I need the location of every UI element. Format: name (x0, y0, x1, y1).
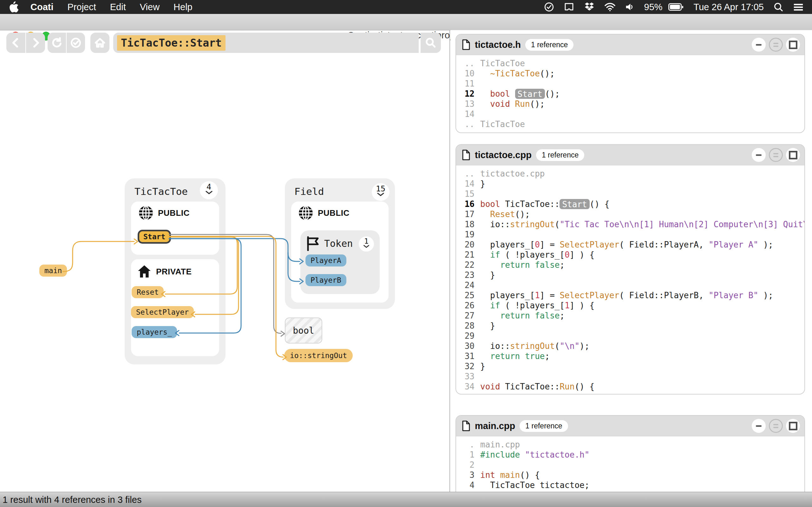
code-line[interactable]: 17 Reset(); (461, 209, 804, 219)
display-tray-icon[interactable] (564, 2, 574, 12)
menu-help[interactable]: Help (173, 2, 193, 12)
search-button[interactable] (420, 33, 441, 53)
graph-node-bool[interactable]: bool (285, 318, 322, 343)
snippet-minimize-button[interactable] (752, 38, 766, 52)
graph-edge-start-bool[interactable] (281, 331, 285, 336)
code-line[interactable]: 24 (461, 280, 804, 290)
snippet-header[interactable]: tictactoe.h 1 reference (456, 35, 804, 55)
code-line[interactable]: 27 return false; (461, 311, 804, 321)
graph-class-field-title[interactable]: Field (294, 186, 324, 197)
code-line[interactable]: 28 } (461, 321, 804, 331)
code-line[interactable]: ..tictactoe.cpp (461, 169, 804, 179)
menu-project[interactable]: Project (67, 2, 96, 12)
code-line[interactable]: 26 if ( !players_[1] ) { (461, 300, 804, 311)
refresh-button[interactable] (48, 33, 66, 53)
menu-edit[interactable]: Edit (110, 2, 126, 12)
graph-node-players[interactable]: players_ (132, 326, 177, 338)
snippet-minimize-button[interactable] (752, 419, 766, 433)
code-line[interactable]: ..TicTacToe (461, 119, 804, 129)
code-line[interactable]: 3int main() { (461, 470, 804, 480)
graph-edge-main-start[interactable] (63, 241, 134, 272)
code-line[interactable]: 14 (461, 109, 804, 119)
line-number: 34 (461, 382, 474, 392)
wifi-tray-icon[interactable] (604, 2, 616, 12)
code-token: TicTacToe:: (500, 382, 560, 392)
dropbox-tray-icon[interactable] (584, 2, 595, 12)
window-title-bar[interactable]: Coati - tictactoe.coatiproject (0, 14, 812, 31)
code-line[interactable]: ..TicTacToe (461, 58, 804, 68)
code-line[interactable]: 20 players_[0] = SelectPlayer( Field::Pl… (461, 239, 804, 250)
snippet-maximize-button[interactable] (786, 38, 800, 52)
token-header[interactable]: Token (306, 236, 353, 251)
code-line[interactable]: 4 TicTacToe tictactoe; (461, 480, 804, 490)
graph-node-playerb[interactable]: PlayerB (305, 274, 346, 286)
code-line[interactable]: 15 (461, 189, 804, 199)
code-token (480, 89, 490, 99)
volume-tray-icon[interactable] (625, 2, 635, 12)
snippet-window-tictactoe-h[interactable]: tictactoe.h 1 reference ..TicTacToe10 ~T… (455, 34, 805, 133)
active-symbol-chip[interactable]: Start (515, 89, 545, 99)
snippet-header[interactable]: tictactoe.cpp 1 reference (456, 145, 804, 165)
code-line[interactable]: 1#include "tictactoe.h" (461, 450, 804, 460)
graph-class-field-badge[interactable]: 15 (372, 183, 390, 201)
snippet-maximize-button[interactable] (786, 419, 800, 433)
snippet-filename[interactable]: main.cpp (475, 421, 515, 431)
code-line[interactable]: 14} (461, 179, 804, 189)
code-line[interactable]: 34void TicTacToe::Run() { (461, 382, 804, 392)
menu-app-name[interactable]: Coati (31, 2, 54, 12)
snippet-minimize-button[interactable] (752, 148, 766, 162)
code-line[interactable]: 22 return false; (461, 260, 804, 270)
search-input[interactable]: TicTacToe::Start (113, 33, 419, 53)
code-line[interactable]: 21 if ( !players_[0] ) { (461, 250, 804, 260)
snippet-snippet-mode-button[interactable] (769, 419, 783, 433)
code-line[interactable]: 12 bool Start(); (461, 89, 804, 99)
back-button[interactable] (6, 33, 26, 53)
code-token: } (480, 321, 495, 331)
menu-view[interactable]: View (140, 2, 159, 12)
menu-bar-clock[interactable]: Tue 26 Apr 17:05 (694, 2, 764, 12)
code-line[interactable]: 13 void Run(); (461, 99, 804, 109)
code-line[interactable]: 16bool TicTacToe::Start() { (461, 199, 804, 209)
code-line[interactable]: 33 (461, 372, 804, 382)
graph-enum-token-badge[interactable]: 1 (359, 236, 374, 251)
search-value-highlight[interactable]: TicTacToe::Start (117, 35, 225, 51)
forward-button[interactable] (26, 33, 45, 53)
code-line[interactable]: 30 io::stringOut("\n"); (461, 341, 804, 351)
code-line[interactable]: .main.cpp (461, 440, 804, 450)
code-line[interactable]: 31 return true; (461, 351, 804, 361)
graph-node-main[interactable]: main (39, 265, 67, 277)
refresh-complete-button[interactable] (67, 33, 85, 53)
active-symbol-chip[interactable]: Start (560, 199, 589, 209)
snippet-header[interactable]: main.cpp 1 reference (456, 416, 804, 436)
snippet-filename[interactable]: tictactoe.cpp (475, 150, 531, 160)
code-line[interactable]: 18 io::stringOut("Tic Tac Toe\n\n[1] Hum… (461, 219, 804, 229)
graph-node-stringout[interactable]: io::stringOut (284, 349, 353, 362)
token-title[interactable]: Token (324, 238, 353, 249)
code-line[interactable]: 19 (461, 229, 804, 239)
home-button[interactable] (90, 33, 109, 53)
snippet-filename[interactable]: tictactoe.h (475, 40, 521, 50)
snippet-snippet-mode-button[interactable] (769, 148, 783, 162)
graph-node-playera[interactable]: PlayerA (305, 255, 346, 267)
code-line[interactable]: 23 } (461, 270, 804, 280)
code-line[interactable]: 10 ~TicTacToe(); (461, 68, 804, 78)
graph-node-selectplayer[interactable]: SelectPlayer (131, 306, 194, 318)
apple-menu-icon[interactable] (8, 1, 18, 13)
graph-node-reset[interactable]: Reset (132, 286, 164, 298)
check-circle-tray-icon[interactable] (544, 2, 554, 12)
snippet-window-tictactoe-cpp[interactable]: tictactoe.cpp 1 reference ..tictactoe.cp… (455, 144, 805, 395)
snippet-maximize-button[interactable] (786, 148, 800, 162)
code-line[interactable]: 32} (461, 361, 804, 372)
code-line[interactable]: 2 (461, 460, 804, 470)
code-line[interactable]: 29 (461, 331, 804, 341)
graph-class-tictactoe-badge[interactable]: 4 (200, 181, 218, 199)
notification-center-icon[interactable] (793, 2, 804, 12)
spotlight-search-icon[interactable] (773, 2, 783, 12)
snippet-window-main-cpp[interactable]: main.cpp 1 reference .main.cpp1#include … (455, 415, 805, 492)
graph-class-tictactoe-title[interactable]: TicTacToe (135, 186, 188, 197)
code-line[interactable]: 11 (461, 78, 804, 89)
graph-node-start[interactable]: Start (138, 230, 171, 244)
snippet-snippet-mode-button[interactable] (769, 38, 783, 52)
screen: Coati Project Edit View Help 95% (0, 0, 812, 507)
code-line[interactable]: 25 players_[1] = SelectPlayer( Field::Pl… (461, 290, 804, 300)
